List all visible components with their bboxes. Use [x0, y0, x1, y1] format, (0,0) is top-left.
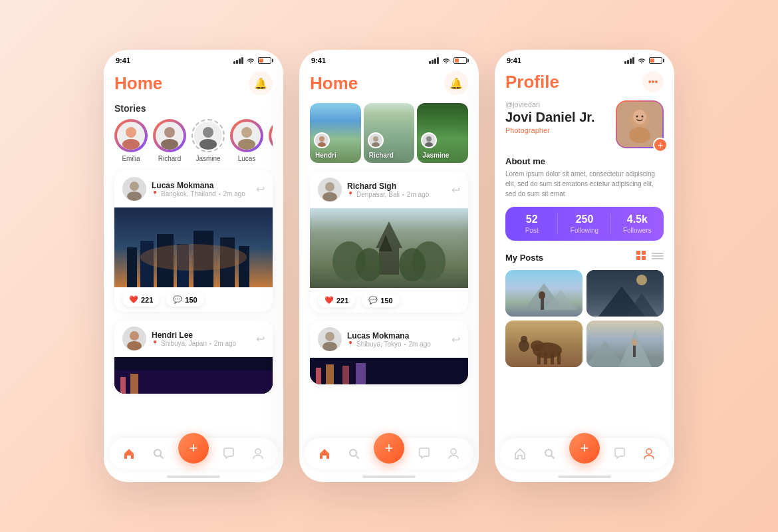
location-icon-h: 📍: [152, 340, 158, 346]
stat-post[interactable]: 52 Post: [505, 207, 558, 241]
location-icon-l2: 📍: [347, 341, 354, 347]
story-grid-hendri[interactable]: Hendri: [310, 103, 361, 163]
nav-profile-3[interactable]: [640, 444, 658, 463]
comments-badge-lucas[interactable]: 💬 150: [166, 293, 203, 307]
about-text: Lorem ipsum dolor sit amet, consectetur …: [505, 169, 664, 199]
story-grid-label-hendri: Hendri: [315, 152, 336, 159]
post-grid-item-2[interactable]: [586, 270, 664, 317]
post-avatar-hendri: [122, 327, 146, 350]
post-author-richard: Richard Sigh: [347, 182, 446, 191]
profile-menu-button[interactable]: •••: [642, 71, 664, 92]
hearts-count-lucas: 221: [141, 296, 153, 304]
svg-point-46: [325, 332, 334, 341]
svg-rect-64: [636, 256, 640, 260]
grid-view-icon[interactable]: [636, 250, 648, 265]
wifi-icon: [246, 57, 255, 64]
bottom-nav-3: +: [500, 438, 669, 469]
nav-add-btn-3[interactable]: +: [569, 433, 600, 464]
nav-profile-2[interactable]: [444, 444, 463, 463]
post-location-richard: Denpasar, Bali: [356, 191, 400, 198]
post-card-hendri: Hendri Lee 📍 Shibuya, Japan • 2m ago ↩: [114, 320, 273, 394]
stats-bar: 52 Post 250 Following 4.5k Followers: [505, 207, 664, 241]
story-item-emilia[interactable]: Emilia: [114, 119, 148, 162]
post-image-hendri: [114, 357, 273, 394]
story-item-lucas[interactable]: Lucas: [230, 119, 263, 162]
status-bar-2: 9:41: [299, 50, 479, 67]
svg-point-73: [539, 291, 545, 299]
list-view-icon[interactable]: [652, 250, 664, 265]
story-grid-richard[interactable]: Richard: [364, 103, 415, 163]
svg-point-36: [325, 182, 334, 192]
notif-button-2[interactable]: 🔔: [444, 71, 468, 95]
my-posts-title: My Posts: [505, 253, 543, 263]
svg-rect-49: [316, 368, 321, 384]
story-item-richard[interactable]: Richard: [153, 119, 186, 162]
post-info-hendri: Hendri Lee 📍 Shibuya, Japan • 2m ago: [152, 331, 251, 347]
heart-icon-r: ❤️: [324, 296, 334, 305]
story-ring-lucas: [230, 119, 263, 152]
svg-point-84: [531, 340, 544, 351]
svg-point-91: [632, 339, 637, 346]
post-grid-item-1[interactable]: [505, 270, 583, 317]
battery-icon-2: [454, 57, 467, 64]
post-meta-lucas2: 📍 Shibuya, Tokyo • 2m ago: [347, 340, 446, 348]
profile-name: Jovi Daniel Jr.: [505, 110, 608, 125]
nav-home-2[interactable]: [315, 444, 334, 463]
stat-following[interactable]: 250 Following: [558, 207, 610, 241]
profile-photo-add-btn[interactable]: +: [653, 138, 668, 152]
comments-badge-richard[interactable]: 💬 150: [362, 293, 399, 307]
post-location-lucas2: Shibuya, Tokyo: [356, 340, 402, 348]
share-icon-richard[interactable]: ↩: [452, 184, 460, 196]
home-bar-1: [167, 475, 220, 478]
svg-point-30: [319, 136, 324, 142]
story-grid-jasmine[interactable]: Jasmine: [417, 103, 468, 163]
nav-chat-2[interactable]: [415, 444, 434, 463]
svg-rect-26: [130, 374, 138, 394]
nav-search-3[interactable]: [540, 444, 559, 463]
post-meta-richard: 📍 Denpasar, Bali • 2m ago: [347, 191, 446, 198]
notif-button-1[interactable]: 🔔: [249, 71, 273, 95]
hearts-badge-richard[interactable]: ❤️ 221: [318, 293, 355, 307]
svg-point-3: [161, 139, 178, 150]
story-name-jasmine: Jasmine: [195, 155, 220, 162]
nav-add-btn-1[interactable]: +: [178, 433, 209, 464]
time-1: 9:41: [116, 57, 130, 65]
svg-rect-13: [127, 247, 137, 287]
post-grid-item-3[interactable]: [505, 321, 583, 367]
svg-line-93: [551, 456, 554, 458]
svg-point-44: [356, 248, 382, 281]
nav-chat-1[interactable]: [219, 444, 238, 463]
nav-add-btn-2[interactable]: +: [374, 433, 404, 464]
post-info-lucas: Lucas Mokmana 📍 Bangkok, Thailand • 2m a…: [152, 181, 251, 198]
post-grid-item-4[interactable]: [586, 321, 664, 367]
svg-rect-65: [642, 256, 646, 260]
story-grid-avatar-jasmine: [421, 132, 437, 148]
stat-following-label: Following: [571, 227, 598, 234]
nav-home-3[interactable]: [511, 444, 529, 463]
svg-point-7: [238, 139, 255, 150]
nav-search-2[interactable]: [344, 444, 363, 463]
svg-point-5: [199, 139, 217, 150]
svg-point-22: [127, 341, 142, 350]
share-icon-lucas[interactable]: ↩: [256, 183, 265, 196]
phone1-header: Home 🔔: [114, 67, 273, 103]
nav-profile-1[interactable]: [249, 444, 267, 463]
post-header-lucas2: Lucas Mokmana 📍 Shibuya, Tokyo • 2m ago …: [310, 321, 468, 358]
hearts-badge-lucas[interactable]: ❤️ 221: [122, 293, 160, 307]
share-icon-hendri[interactable]: ↩: [256, 332, 265, 345]
svg-point-86: [521, 336, 527, 342]
posts-grid: [505, 270, 664, 367]
story-item-her[interactable]: Her...: [269, 119, 273, 162]
comment-icon: 💬: [173, 295, 182, 304]
nav-home-1[interactable]: [120, 444, 138, 463]
story-ring-richard: [153, 119, 186, 152]
share-icon-lucas2[interactable]: ↩: [452, 333, 460, 346]
nav-search-1[interactable]: [149, 444, 168, 463]
svg-point-60: [642, 116, 644, 118]
my-posts-header: My Posts: [505, 250, 664, 265]
story-item-jasmine[interactable]: Jasmine: [192, 119, 225, 162]
story-avatar-richard: [156, 122, 184, 150]
stat-followers[interactable]: 4.5k Followers: [611, 207, 664, 241]
story-grid-label-richard: Richard: [369, 152, 394, 159]
nav-chat-3[interactable]: [610, 444, 629, 463]
